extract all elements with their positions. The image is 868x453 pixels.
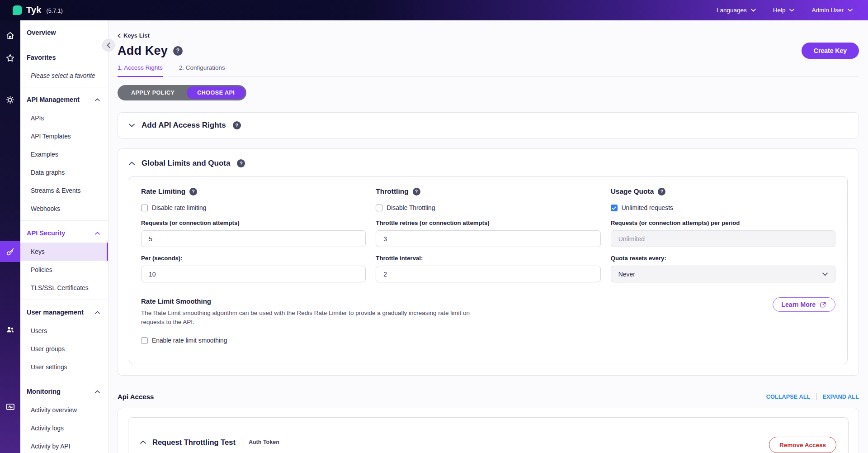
monitoring-icon[interactable] <box>0 396 20 417</box>
chevron-down-icon[interactable] <box>129 124 135 127</box>
breadcrumb-label: Keys List <box>123 32 150 39</box>
throttle-retries-input[interactable] <box>376 230 600 247</box>
sidebar-item-api-templates[interactable]: API Templates <box>20 127 108 145</box>
help-icon[interactable]: ? <box>658 188 665 196</box>
tab-configurations[interactable]: 2. Configurations <box>179 64 225 76</box>
field-label: Requests (or connection attempts) per pe… <box>611 219 835 226</box>
create-key-button[interactable]: Create Key <box>802 43 859 59</box>
favorites-star-icon[interactable] <box>0 48 20 68</box>
languages-menu[interactable]: Languages <box>717 7 756 14</box>
sidebar-item-label: Activity overview <box>31 407 77 414</box>
expand-all-link[interactable]: EXPAND ALL <box>823 394 859 400</box>
sidebar-group-user-management[interactable]: User management <box>20 303 108 322</box>
select-value: Never <box>618 271 635 278</box>
sidebar-item-label: Overview <box>27 29 56 36</box>
help-icon[interactable]: ? <box>233 121 241 129</box>
smoothing-description: The Rate Limit smoothing algorithm can b… <box>141 309 485 326</box>
sidebar-group-api-security[interactable]: API Security <box>20 224 108 243</box>
api-access-heading: Api Access <box>118 393 154 401</box>
sidebar-item-tls-ssl-certificates[interactable]: TLS/SSL Certificates <box>20 279 108 297</box>
apply-policy-segment[interactable]: APPLY POLICY <box>119 86 187 99</box>
api-access-header-row: Api Access COLLAPSE ALL EXPAND ALL <box>118 393 859 401</box>
sidebar-item-apis[interactable]: APIs <box>20 109 108 127</box>
sidebar-section-api-security: API Security Keys Policies TLS/SSL Certi… <box>20 221 108 300</box>
sidebar-item-examples[interactable]: Examples <box>20 145 108 163</box>
checkbox-unchecked[interactable] <box>141 337 148 344</box>
rate-limit-smoothing-section: Rate Limit Smoothing The Rate Limit smoo… <box>141 297 835 344</box>
sidebar-item-data-graphs[interactable]: Data graphs <box>20 163 108 181</box>
home-icon[interactable] <box>0 25 20 46</box>
section-title: Add API Access Rights <box>142 121 226 130</box>
sidebar: Overview Favorites Please select a favor… <box>20 20 108 453</box>
sidebar-item-user-groups[interactable]: User groups <box>20 340 108 358</box>
enable-smoothing-checkbox[interactable]: Enable rate limit smoothing <box>141 337 227 344</box>
section-title: Global Limits and Quota <box>142 159 230 168</box>
per-seconds-input[interactable] <box>141 266 366 282</box>
checkbox-unchecked[interactable] <box>376 205 382 211</box>
breadcrumb[interactable]: Keys List <box>118 32 150 39</box>
sidebar-item-webhooks[interactable]: Webhooks <box>20 200 108 218</box>
sidebar-item-policies[interactable]: Policies <box>20 261 108 279</box>
sidebar-item-activity-logs[interactable]: Activity logs <box>20 419 108 437</box>
learn-more-button[interactable]: Learn More <box>773 297 835 312</box>
disable-rate-limiting-checkbox[interactable]: Disable rate limiting <box>141 205 206 211</box>
sidebar-collapse-button[interactable] <box>103 39 114 51</box>
chevron-down-icon <box>822 272 828 276</box>
api-security-key-icon[interactable] <box>0 241 20 262</box>
help-icon[interactable]: ? <box>237 159 245 167</box>
sidebar-item-activity-overview[interactable]: Activity overview <box>20 401 108 419</box>
sidebar-section-api-management: API Management APIs API Templates Exampl… <box>20 87 108 221</box>
chevron-up-icon[interactable] <box>129 162 135 165</box>
chevron-up-icon[interactable] <box>140 440 146 444</box>
disable-throttling-checkbox[interactable]: Disable Throttling <box>376 205 435 211</box>
user-management-users-icon[interactable] <box>0 319 20 340</box>
favorites-empty-note: Please select a favorite <box>20 67 108 84</box>
smoothing-title: Rate Limit Smoothing <box>141 297 835 305</box>
sidebar-item-label: Streams & Events <box>31 187 80 194</box>
languages-menu-label: Languages <box>717 7 747 14</box>
wizard-tabs: 1. Access Rights 2. Configurations <box>118 64 859 77</box>
sidebar-item-user-settings[interactable]: User settings <box>20 358 108 376</box>
quota-per-period-input <box>611 230 835 247</box>
help-icon[interactable]: ? <box>173 46 183 56</box>
sidebar-item-streams-events[interactable]: Streams & Events <box>20 181 108 200</box>
checkbox-unchecked[interactable] <box>141 205 148 211</box>
tyk-logo[interactable]: Tyk (5.7.1) <box>13 5 63 15</box>
sidebar-group-monitoring[interactable]: Monitoring <box>20 382 108 401</box>
tyk-logo-icon <box>13 5 22 15</box>
tyk-logo-text: Tyk <box>26 5 42 15</box>
requests-input[interactable] <box>141 230 366 247</box>
remove-access-button[interactable]: Remove Access <box>769 437 836 453</box>
help-menu-label: Help <box>773 7 786 14</box>
sidebar-item-label: Data graphs <box>31 169 65 176</box>
tab-access-rights[interactable]: 1. Access Rights <box>118 64 163 77</box>
api-access-item: Request Throttling Test Auth Token Remov… <box>128 417 849 453</box>
checkbox-checked[interactable] <box>611 205 618 211</box>
api-management-gear-icon[interactable] <box>0 89 20 110</box>
field-label: Requests (or connection attempts) <box>141 219 366 226</box>
chevron-left-icon <box>118 33 121 38</box>
quota-resets-select[interactable]: Never <box>611 266 835 282</box>
sidebar-item-users[interactable]: Users <box>20 322 108 340</box>
sidebar-group-api-management[interactable]: API Management <box>20 90 108 109</box>
chevron-down-icon <box>751 9 756 12</box>
help-icon[interactable]: ? <box>189 188 197 196</box>
sidebar-item-activity-by-api[interactable]: Activity by API <box>20 437 108 453</box>
choose-api-segment[interactable]: CHOOSE API <box>187 86 245 99</box>
field-label: Per (seconds): <box>141 255 366 262</box>
sidebar-item-label: Favorites <box>27 54 56 61</box>
collapse-all-link[interactable]: COLLAPSE ALL <box>766 394 811 400</box>
page-header: Add Key ? Create Key <box>118 43 859 59</box>
help-icon[interactable]: ? <box>413 188 420 196</box>
sidebar-item-keys[interactable]: Keys <box>20 243 108 261</box>
chevron-up-icon <box>95 311 100 314</box>
sidebar-group-label: API Security <box>27 229 65 237</box>
sidebar-item-overview[interactable]: Overview <box>20 23 108 42</box>
sidebar-item-favorites[interactable]: Favorites <box>20 48 108 67</box>
sidebar-item-label: Keys <box>31 248 45 255</box>
unlimited-requests-checkbox[interactable]: Unlimited requests <box>611 205 673 211</box>
help-menu[interactable]: Help <box>773 7 795 14</box>
admin-user-menu[interactable]: Admin User <box>811 7 853 14</box>
throttle-interval-input[interactable] <box>376 266 600 282</box>
field-label: Throttle retries (or connection attempts… <box>376 219 600 226</box>
